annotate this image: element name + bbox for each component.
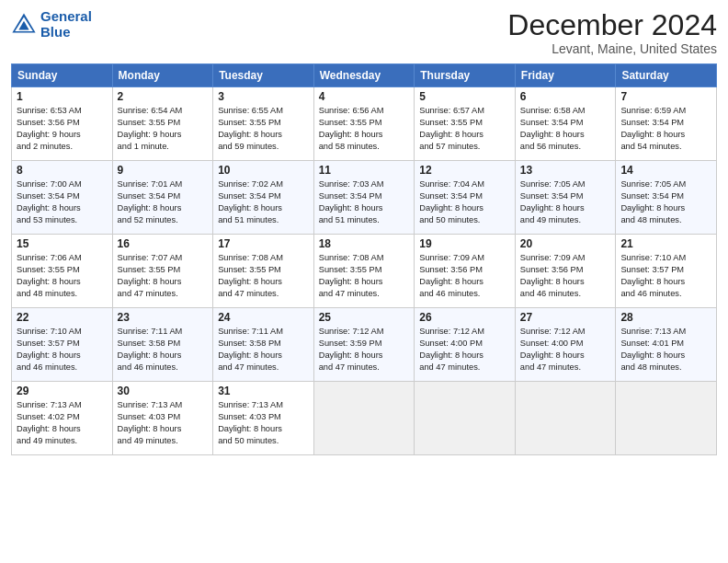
- day-number: 15: [17, 237, 108, 250]
- calendar-cell: 12Sunrise: 7:04 AM Sunset: 3:54 PM Dayli…: [415, 161, 516, 235]
- day-number: 3: [218, 90, 309, 103]
- day-number: 30: [118, 385, 209, 397]
- logo-line1: General: [40, 8, 92, 24]
- calendar-cell: 17Sunrise: 7:08 AM Sunset: 3:55 PM Dayli…: [213, 235, 314, 308]
- day-number: 20: [520, 237, 611, 250]
- calendar-cell: 14Sunrise: 7:05 AM Sunset: 3:54 PM Dayli…: [616, 161, 717, 235]
- day-info: Sunrise: 7:13 AM Sunset: 4:02 PM Dayligh…: [17, 399, 108, 447]
- day-info: Sunrise: 6:59 AM Sunset: 3:54 PM Dayligh…: [620, 105, 711, 153]
- day-info: Sunrise: 7:13 AM Sunset: 4:01 PM Dayligh…: [620, 326, 711, 373]
- day-info: Sunrise: 7:05 AM Sunset: 3:54 PM Dayligh…: [520, 178, 611, 226]
- day-number: 9: [118, 164, 209, 177]
- day-number: 11: [319, 164, 410, 177]
- calendar-table: SundayMondayTuesdayWednesdayThursdayFrid…: [11, 63, 717, 455]
- day-number: 26: [419, 311, 510, 324]
- calendar-header-row: SundayMondayTuesdayWednesdayThursdayFrid…: [12, 64, 717, 87]
- calendar-week-3: 15Sunrise: 7:06 AM Sunset: 3:55 PM Dayli…: [12, 235, 717, 308]
- calendar-cell: 11Sunrise: 7:03 AM Sunset: 3:54 PM Dayli…: [313, 161, 415, 235]
- day-info: Sunrise: 7:10 AM Sunset: 3:57 PM Dayligh…: [17, 326, 108, 373]
- logo-line2: Blue: [40, 24, 71, 40]
- calendar-cell: 7Sunrise: 6:59 AM Sunset: 3:54 PM Daylig…: [616, 87, 717, 161]
- day-number: 14: [620, 164, 711, 177]
- day-number: 8: [17, 164, 108, 177]
- day-info: Sunrise: 7:07 AM Sunset: 3:55 PM Dayligh…: [118, 252, 209, 300]
- day-info: Sunrise: 6:53 AM Sunset: 3:56 PM Dayligh…: [17, 105, 108, 153]
- calendar-cell: 29Sunrise: 7:13 AM Sunset: 4:02 PM Dayli…: [12, 382, 113, 455]
- calendar-week-1: 1Sunrise: 6:53 AM Sunset: 3:56 PM Daylig…: [12, 87, 717, 161]
- day-info: Sunrise: 7:02 AM Sunset: 3:54 PM Dayligh…: [218, 178, 309, 226]
- day-header-friday: Friday: [515, 64, 616, 87]
- calendar-cell: 28Sunrise: 7:13 AM Sunset: 4:01 PM Dayli…: [616, 308, 717, 382]
- day-header-sunday: Sunday: [12, 64, 113, 87]
- day-info: Sunrise: 7:00 AM Sunset: 3:54 PM Dayligh…: [17, 178, 108, 226]
- logo: General Blue: [11, 9, 92, 40]
- calendar-cell: 9Sunrise: 7:01 AM Sunset: 3:54 PM Daylig…: [112, 161, 213, 235]
- calendar-cell: 30Sunrise: 7:13 AM Sunset: 4:03 PM Dayli…: [112, 382, 213, 455]
- day-info: Sunrise: 7:09 AM Sunset: 3:56 PM Dayligh…: [520, 252, 611, 300]
- day-info: Sunrise: 6:55 AM Sunset: 3:55 PM Dayligh…: [218, 105, 309, 153]
- day-number: 10: [218, 164, 309, 177]
- calendar-cell: [616, 382, 717, 455]
- day-info: Sunrise: 7:13 AM Sunset: 4:03 PM Dayligh…: [118, 399, 209, 447]
- calendar-cell: 18Sunrise: 7:08 AM Sunset: 3:55 PM Dayli…: [313, 235, 415, 308]
- calendar-cell: 4Sunrise: 6:56 AM Sunset: 3:55 PM Daylig…: [313, 87, 415, 161]
- day-info: Sunrise: 7:11 AM Sunset: 3:58 PM Dayligh…: [218, 326, 309, 373]
- day-header-wednesday: Wednesday: [313, 64, 415, 87]
- calendar-cell: 1Sunrise: 6:53 AM Sunset: 3:56 PM Daylig…: [12, 87, 113, 161]
- calendar-cell: [415, 382, 516, 455]
- calendar-cell: 23Sunrise: 7:11 AM Sunset: 3:58 PM Dayli…: [112, 308, 213, 382]
- logo-text: General Blue: [40, 9, 92, 40]
- calendar-cell: 5Sunrise: 6:57 AM Sunset: 3:55 PM Daylig…: [415, 87, 516, 161]
- calendar-cell: 21Sunrise: 7:10 AM Sunset: 3:57 PM Dayli…: [616, 235, 717, 308]
- day-number: 5: [419, 90, 510, 103]
- title-section: December 2024 Levant, Maine, United Stat…: [507, 9, 717, 56]
- day-info: Sunrise: 7:11 AM Sunset: 3:58 PM Dayligh…: [118, 326, 209, 373]
- header: General Blue December 2024 Levant, Maine…: [11, 9, 717, 56]
- day-info: Sunrise: 6:57 AM Sunset: 3:55 PM Dayligh…: [419, 105, 510, 153]
- day-number: 4: [319, 90, 410, 103]
- logo-icon: [11, 12, 37, 38]
- calendar-cell: 19Sunrise: 7:09 AM Sunset: 3:56 PM Dayli…: [415, 235, 516, 308]
- location: Levant, Maine, United States: [507, 41, 717, 56]
- day-info: Sunrise: 7:12 AM Sunset: 4:00 PM Dayligh…: [520, 326, 611, 373]
- day-info: Sunrise: 7:04 AM Sunset: 3:54 PM Dayligh…: [419, 178, 510, 226]
- day-number: 18: [319, 237, 410, 250]
- day-info: Sunrise: 7:13 AM Sunset: 4:03 PM Dayligh…: [218, 399, 309, 447]
- day-number: 25: [319, 311, 410, 324]
- day-info: Sunrise: 7:09 AM Sunset: 3:56 PM Dayligh…: [419, 252, 510, 300]
- calendar-cell: 27Sunrise: 7:12 AM Sunset: 4:00 PM Dayli…: [515, 308, 616, 382]
- day-number: 23: [118, 311, 209, 324]
- calendar-week-5: 29Sunrise: 7:13 AM Sunset: 4:02 PM Dayli…: [12, 382, 717, 455]
- day-info: Sunrise: 7:08 AM Sunset: 3:55 PM Dayligh…: [218, 252, 309, 300]
- day-info: Sunrise: 6:56 AM Sunset: 3:55 PM Dayligh…: [319, 105, 410, 153]
- day-number: 22: [17, 311, 108, 324]
- day-info: Sunrise: 6:58 AM Sunset: 3:54 PM Dayligh…: [520, 105, 611, 153]
- day-number: 31: [218, 385, 309, 397]
- day-number: 2: [118, 90, 209, 103]
- day-header-monday: Monday: [112, 64, 213, 87]
- day-info: Sunrise: 6:54 AM Sunset: 3:55 PM Dayligh…: [118, 105, 209, 153]
- calendar-cell: 8Sunrise: 7:00 AM Sunset: 3:54 PM Daylig…: [12, 161, 113, 235]
- calendar-cell: 24Sunrise: 7:11 AM Sunset: 3:58 PM Dayli…: [213, 308, 314, 382]
- day-number: 19: [419, 237, 510, 250]
- day-number: 13: [520, 164, 611, 177]
- day-info: Sunrise: 7:03 AM Sunset: 3:54 PM Dayligh…: [319, 178, 410, 226]
- calendar-cell: [515, 382, 616, 455]
- calendar-cell: 20Sunrise: 7:09 AM Sunset: 3:56 PM Dayli…: [515, 235, 616, 308]
- day-info: Sunrise: 7:01 AM Sunset: 3:54 PM Dayligh…: [118, 178, 209, 226]
- day-header-tuesday: Tuesday: [213, 64, 314, 87]
- day-info: Sunrise: 7:12 AM Sunset: 3:59 PM Dayligh…: [319, 326, 410, 373]
- day-number: 12: [419, 164, 510, 177]
- day-number: 21: [620, 237, 711, 250]
- calendar-cell: [313, 382, 415, 455]
- calendar-cell: 16Sunrise: 7:07 AM Sunset: 3:55 PM Dayli…: [112, 235, 213, 308]
- day-number: 6: [520, 90, 611, 103]
- calendar-cell: 26Sunrise: 7:12 AM Sunset: 4:00 PM Dayli…: [415, 308, 516, 382]
- day-header-saturday: Saturday: [616, 64, 717, 87]
- day-info: Sunrise: 7:10 AM Sunset: 3:57 PM Dayligh…: [620, 252, 711, 300]
- calendar-week-4: 22Sunrise: 7:10 AM Sunset: 3:57 PM Dayli…: [12, 308, 717, 382]
- day-number: 16: [118, 237, 209, 250]
- day-info: Sunrise: 7:12 AM Sunset: 4:00 PM Dayligh…: [419, 326, 510, 373]
- day-number: 28: [620, 311, 711, 324]
- day-header-thursday: Thursday: [415, 64, 516, 87]
